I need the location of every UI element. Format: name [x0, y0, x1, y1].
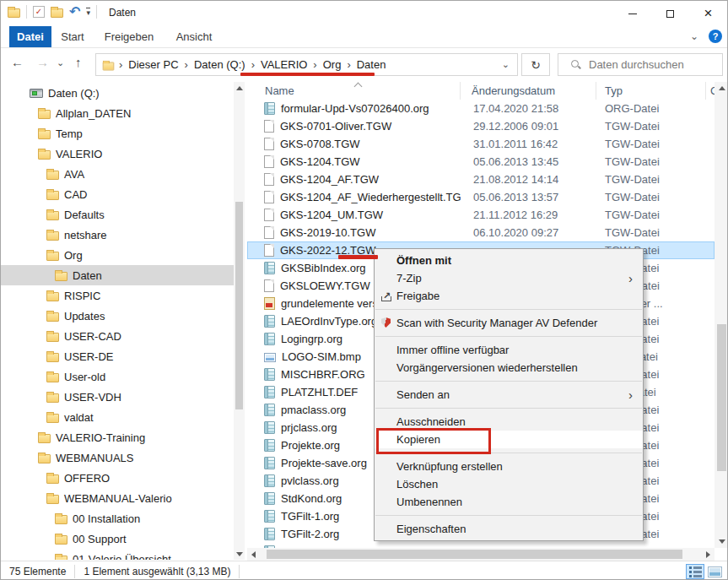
- filelist-scrollbar-thumb[interactable]: [717, 324, 726, 471]
- menu-separator: [375, 408, 642, 409]
- scroll-down-icon[interactable]: [715, 535, 728, 548]
- file-row[interactable]: GKS-0708.TGW31.01.2011 16:42TGW-Datei: [247, 135, 715, 153]
- breadcrumb-item-valerio[interactable]: VALERIO: [259, 58, 309, 71]
- file-row[interactable]: GKS-0701-Oliver.TGW29.12.2006 09:01TGW-D…: [247, 117, 715, 135]
- breadcrumb-dropdown-icon[interactable]: ⌄: [502, 59, 517, 70]
- annotation-breadcrumb-underline: [240, 73, 375, 76]
- tree-item[interactable]: VALERIO-Training: [1, 427, 234, 447]
- tab-freigeben[interactable]: Freigeben: [99, 26, 159, 47]
- menu-item-kopieren[interactable]: Kopieren: [375, 431, 643, 448]
- file-type: ORG-Datei: [596, 102, 715, 115]
- menu-item-senden-an[interactable]: Senden an›: [375, 386, 643, 404]
- back-icon[interactable]: ←: [11, 55, 24, 69]
- menu-item-vorg-ngerversionen-wiederherstellen[interactable]: Vorgängerversionen wiederherstellen: [375, 359, 643, 377]
- sidebar-scrollbar[interactable]: [234, 82, 245, 560]
- tree-item[interactable]: WEBMANUAL-Valerio: [1, 488, 234, 508]
- tab-start[interactable]: Start: [53, 26, 92, 47]
- horizontal-scrollbar-thumb[interactable]: [267, 550, 682, 559]
- recent-locations-icon[interactable]: ⌄: [57, 57, 64, 68]
- column-header-date[interactable]: Änderungsdatum: [461, 82, 596, 100]
- refresh-button[interactable]: ↻: [521, 53, 550, 76]
- menu-item-immer-offline-verf-gbar[interactable]: Immer offline verfügbar: [375, 341, 643, 359]
- search-box[interactable]: [558, 53, 723, 76]
- tree-item[interactable]: Org: [1, 245, 234, 265]
- menu-item-umbenennen[interactable]: Umbenennen: [375, 493, 643, 511]
- menu-item--ffnen-mit[interactable]: Öffnen mit: [375, 252, 643, 269]
- menu-item-eigenschaften[interactable]: Eigenschaften: [375, 520, 643, 538]
- undo-icon[interactable]: ↶: [69, 6, 80, 18]
- tree-item[interactable]: RISPIC: [1, 285, 234, 306]
- tree-item[interactable]: Daten (Q:): [1, 83, 234, 103]
- file-name: GKS-2019-10.TGW: [280, 226, 375, 239]
- forward-icon[interactable]: →: [36, 55, 49, 69]
- tree-item[interactable]: Daten: [1, 265, 234, 285]
- tree-item[interactable]: 00 Installation: [1, 508, 234, 529]
- maximize-button[interactable]: [651, 1, 689, 26]
- menu-item-l-schen[interactable]: Löschen: [375, 475, 643, 493]
- tree-item[interactable]: AVA: [1, 164, 234, 184]
- tab-datei[interactable]: Datei: [9, 26, 51, 47]
- help-icon[interactable]: ?: [709, 30, 722, 43]
- scroll-left-icon[interactable]: [247, 548, 260, 561]
- breadcrumb-item-daten[interactable]: Daten: [355, 58, 388, 71]
- file-row[interactable]: GKS-1204_AF.TGW21.08.2012 14:14TGW-Datei: [247, 171, 715, 188]
- scroll-right-icon[interactable]: [702, 548, 715, 561]
- tree-item[interactable]: Defaults: [1, 204, 234, 225]
- tree-item[interactable]: WEBMANUALS: [1, 447, 234, 468]
- close-button[interactable]: ×: [689, 1, 727, 26]
- file-row[interactable]: GKS-1204_AF_Wiederhergestellt.TGW05.06.2…: [247, 188, 715, 206]
- breadcrumb-item-org[interactable]: Org: [321, 58, 343, 71]
- tree-item[interactable]: CAD: [1, 184, 234, 204]
- breadcrumb-item-dieser-pc[interactable]: Dieser PC: [127, 58, 180, 71]
- tree-item[interactable]: USER-DE: [1, 346, 234, 366]
- column-header-type[interactable]: Typ: [596, 82, 706, 100]
- tree-item[interactable]: USER-CAD: [1, 326, 234, 346]
- tree-item[interactable]: Updates: [1, 306, 234, 326]
- tree-item[interactable]: USER-VDH: [1, 387, 234, 407]
- share-icon: [381, 290, 392, 301]
- new-folder-qat-icon[interactable]: [51, 8, 63, 18]
- menu-item-verkn-pfung-erstellen[interactable]: Verknüpfung erstellen: [375, 458, 643, 475]
- minimize-button[interactable]: [613, 1, 651, 26]
- tree-item[interactable]: valdat: [1, 407, 234, 427]
- sidebar-scrollbar-thumb[interactable]: [235, 202, 243, 409]
- tree-item-label: CAD: [64, 187, 87, 201]
- file-row[interactable]: GKS-2019-10.TGW06.10.2020 09:27TGW-Datei: [247, 224, 715, 241]
- file-row[interactable]: GKS-1204_UM.TGW21.11.2012 16:29TGW-Datei: [247, 206, 715, 224]
- tree-item-label: USER-CAD: [64, 329, 121, 343]
- tree-item[interactable]: OFFERO: [1, 468, 234, 488]
- file-name-cell: GKS-1204_AF.TGW: [247, 173, 461, 186]
- folder-icon: [38, 110, 51, 119]
- details-view-button[interactable]: [686, 564, 704, 579]
- scroll-up-icon[interactable]: [234, 82, 245, 94]
- filelist-vertical-scrollbar[interactable]: [715, 82, 728, 548]
- tree-item[interactable]: Allplan_DATEN: [1, 103, 234, 123]
- file-row[interactable]: formular-Upd-Vs07026400.org17.04.2020 21…: [247, 100, 715, 117]
- filelist-horizontal-scrollbar[interactable]: [247, 548, 715, 561]
- up-icon[interactable]: ↑: [75, 55, 82, 69]
- menu-item-freigabe[interactable]: Freigabe: [375, 287, 643, 305]
- scroll-down-icon[interactable]: [234, 548, 245, 560]
- column-header-name[interactable]: Name: [247, 82, 461, 100]
- breadcrumb-item-daten-q-[interactable]: Daten (Q:): [192, 58, 247, 71]
- tab-ansicht[interactable]: Ansicht: [168, 26, 220, 47]
- qat-customize-dropdown-icon[interactable]: ▾: [86, 8, 90, 16]
- tree-item[interactable]: VALERIO: [1, 144, 234, 164]
- tree-item[interactable]: User-old: [1, 366, 234, 387]
- file-row[interactable]: GKS-1204.TGW05.06.2013 13:45TGW-Datei: [247, 153, 715, 171]
- tree-item[interactable]: netshare: [1, 225, 234, 245]
- scroll-up-icon[interactable]: [715, 82, 728, 95]
- menu-item-scan-with-security-manager-av-defender[interactable]: Scan with Security Manager AV Defender: [375, 314, 643, 332]
- column-header-size[interactable]: Größe: [706, 82, 715, 100]
- org-file-icon: [264, 404, 275, 416]
- menu-item-7-zip[interactable]: 7-Zip›: [375, 269, 643, 287]
- file-name-cell: GKS-1204_UM.TGW: [247, 209, 461, 221]
- thumbnails-view-button[interactable]: [705, 564, 724, 579]
- tree-item[interactable]: 00 Support: [1, 529, 234, 549]
- tree-item[interactable]: Temp: [1, 123, 234, 144]
- tree-item[interactable]: 01-Valerio Übersicht: [1, 549, 234, 560]
- file-date: 17.04.2020 21:58: [461, 102, 596, 115]
- properties-qat-icon[interactable]: ✓: [33, 6, 45, 18]
- search-input[interactable]: [589, 58, 715, 71]
- ribbon-expand-icon[interactable]: ⌄: [690, 30, 698, 42]
